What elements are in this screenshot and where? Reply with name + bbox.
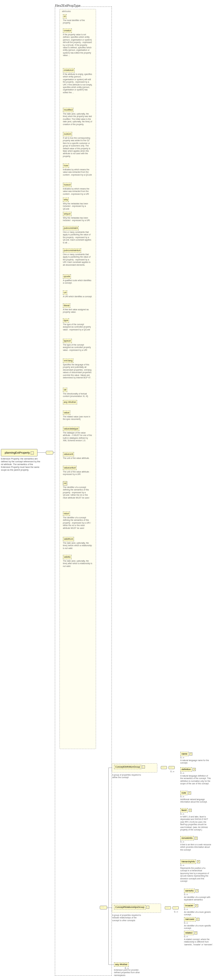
expand-icon: - xyxy=(31,452,34,455)
attr-name: creatoruri xyxy=(63,68,75,72)
expand-icon: + xyxy=(189,752,192,756)
child-name: sameAs xyxy=(184,889,195,893)
cdg-child-facet: facet +0..∞In NAR 1.8 and later, facet i… xyxy=(180,808,216,831)
cardinality: 0..∞ xyxy=(180,813,216,815)
child-desc: Represents the position of a concept in … xyxy=(180,867,211,883)
attr-name: valueunituri xyxy=(63,466,77,470)
attr-desc: Indicates by which means the value was e… xyxy=(63,188,92,196)
cdg-child-name: name +0..∞A natural language name for th… xyxy=(180,752,216,765)
attr-qcode: qcodeA qualified code which identifies a… xyxy=(63,274,93,285)
attr-desc: The date (and, optionally, the time) whe… xyxy=(63,113,92,126)
attr-rel: relThe identifier of a concept defining … xyxy=(63,481,93,499)
attr-name: valueunit xyxy=(63,452,74,457)
attr-desc: A URI which identifies a concept. xyxy=(63,295,92,298)
child-name: hierarchyInfo xyxy=(180,859,196,864)
attr-name: pubconstrainturi xyxy=(63,248,81,253)
attr-name: validto xyxy=(63,555,72,559)
attr-desc: The date (and, optionally, the time) bef… xyxy=(63,542,92,550)
root-label: planningExtProperty xyxy=(5,451,30,454)
attr-id: idThe local identifier of the property. xyxy=(63,14,93,24)
attr-desc: The identifier of a concept defining the… xyxy=(63,517,92,530)
attr-uri: uriA URI which identifies a concept. xyxy=(63,290,93,298)
attr-name: dir xyxy=(63,388,67,392)
attr-desc: The datatype of the value attribute – it… xyxy=(63,432,92,442)
attr-pubconstrainturi: pubconstrainturiOne or many constraints … xyxy=(63,248,93,266)
crg-child-narrower: narrower +0..∞An identifier of a more sp… xyxy=(184,917,216,930)
sequence-icon xyxy=(165,906,171,909)
expand-icon: + xyxy=(197,860,200,863)
attr-value: valueThe related value (see more in the … xyxy=(63,410,93,421)
cardinality: 0..∞ xyxy=(180,795,216,798)
attr-type: typeThe type of the concept assigned as … xyxy=(63,318,93,331)
attr-desc: A free-text value assigned as property v… xyxy=(63,309,92,313)
attr-name: uri xyxy=(63,290,67,295)
attr-name: any ##other xyxy=(63,400,77,404)
any-other-desc: Extension point for provider-defined pro… xyxy=(114,969,145,977)
attr-name: literal xyxy=(63,304,70,308)
crg-child-sameAs: sameAs +0..∞An identifier of a concept w… xyxy=(184,889,216,901)
attr-modified: modifiedThe date (and, optionally, the t… xyxy=(63,108,93,126)
choice-icon xyxy=(173,906,179,909)
expand-icon: + xyxy=(197,918,200,921)
cardinality: 0..∞ xyxy=(170,770,174,773)
child-desc: A link to an item or a web resource whic… xyxy=(180,843,211,851)
attr-how: howIndicates by which means the value wa… xyxy=(63,164,93,176)
cardinality: 0..∞ xyxy=(184,921,216,924)
cardinality: 0..∞ xyxy=(180,840,216,843)
attr-desc: One or many constraints that apply to pu… xyxy=(63,231,92,244)
child-desc: A natural language definition of the sem… xyxy=(180,775,211,785)
sequence-icon xyxy=(100,906,107,909)
attr-valueunit: valueunitThe unit of the value attribute… xyxy=(63,452,93,460)
cardinality: 0..∞ xyxy=(180,756,216,759)
attr-desc: If the property value is not defined, sp… xyxy=(63,33,92,57)
attr-name: rel xyxy=(63,481,67,485)
attr-desc: The type of the concept assigned as cont… xyxy=(63,323,92,331)
child-desc: A related concept, where the relationshi… xyxy=(184,938,215,946)
crg-child-broader: broader +0..∞An identifier of a more gen… xyxy=(184,904,216,916)
cdg-child-remoteInfo: remoteInfo +0..∞A link to an item or a w… xyxy=(180,836,216,851)
attr-name: id xyxy=(63,14,67,19)
cdg-child-hierarchyInfo: hierarchyInfo +0..∞Represents the positi… xyxy=(180,859,216,883)
attr-valueunituri: valueunituriThe unit of the value attrib… xyxy=(63,466,93,476)
attr-pubconstraint: pubconstraintOne or many constraints tha… xyxy=(63,226,93,244)
attr-name: custom xyxy=(63,132,72,136)
attr-name: valuedatatype xyxy=(63,427,79,431)
expand-icon: - xyxy=(146,906,149,909)
attr-name: why xyxy=(63,197,69,202)
child-desc: An identifier of a concept with equivale… xyxy=(184,896,215,901)
attr-desc: The date (and, optionally, the time) aft… xyxy=(63,560,92,568)
child-name: note xyxy=(180,791,187,795)
attr-desc: The unit of the value attribute. xyxy=(63,457,92,460)
expand-icon: + xyxy=(195,837,198,840)
child-desc: An identifier of a more specific concept… xyxy=(184,924,215,930)
cdg-label: ConceptDefinitionGroup - xyxy=(114,765,145,769)
cardinality: 0..∞ xyxy=(174,910,178,913)
attr-desc: Why the metadata has been included - exp… xyxy=(63,217,92,222)
cardinality: 0..∞ xyxy=(184,935,216,938)
attr-desc: Specifies the language of this property … xyxy=(63,364,92,379)
child-desc: An identifier of a more generic concept. xyxy=(184,911,215,916)
attr-desc: Why the metadata has been included - exp… xyxy=(63,202,92,210)
attr-validfrom: validfromThe date (and, optionally, the … xyxy=(63,537,93,550)
expand-icon: + xyxy=(195,904,198,907)
attr-name: pubconstraint xyxy=(63,226,79,231)
attributes-label: attributes xyxy=(62,10,71,13)
attr-name: value xyxy=(63,410,70,415)
attr-desc: A qualified code which identifies a conc… xyxy=(63,279,92,285)
attr-name: how xyxy=(63,164,69,168)
attr-howuri: howuriIndicates by which means the value… xyxy=(63,183,93,196)
attr-xml-lang: xml:langSpecifies the language of this p… xyxy=(63,358,93,379)
attr-whyuri: whyuriWhy the metadata has been included… xyxy=(63,212,93,222)
attr-name: howuri xyxy=(63,183,72,187)
attr-name: modified xyxy=(63,108,74,112)
cdg-child-note: note +0..∞Additional natural language in… xyxy=(180,791,216,803)
attr-validto: validtoThe date (and, optionally, the ti… xyxy=(63,555,93,568)
attr-name: type xyxy=(63,318,69,323)
cdg-child-definition: definition +0..∞A natural language defin… xyxy=(180,767,216,785)
child-name: related xyxy=(184,931,193,935)
attr-desc: If set to true the corresponding propert… xyxy=(63,137,92,158)
attr-name: validfrom xyxy=(63,537,74,541)
attr-name: qcode xyxy=(63,274,71,279)
child-desc: Additional natural language information … xyxy=(180,798,211,803)
child-name: facet xyxy=(180,808,188,813)
